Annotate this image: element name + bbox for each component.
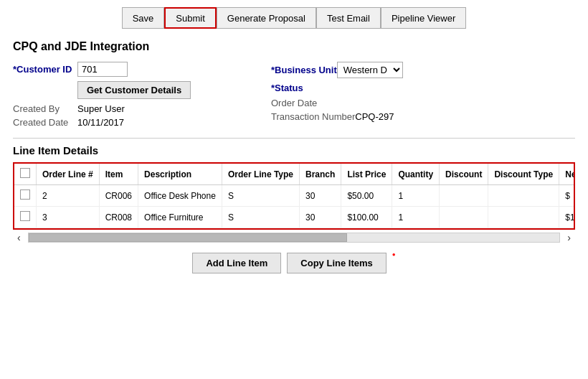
row1-item: CR006 [99,185,138,207]
scroll-thumb [29,233,347,242]
copy-line-items-button[interactable]: Copy Line Items [287,253,386,273]
created-date-value: 10/11/2017 [77,117,124,128]
created-by-label: Created By [13,103,77,114]
row1-checkbox-cell [14,185,37,207]
red-dot-indicator: ● [392,251,396,272]
status-row: *Status [271,83,575,93]
customer-id-input[interactable] [77,62,128,77]
table-row: 2 CR006 Office Desk Phone S 30 $50.00 1 … [14,185,575,207]
order-date-row: Order Date [271,98,575,108]
scroll-right-arrow[interactable]: › [563,232,575,243]
order-date-label: Order Date [271,98,336,108]
save-button[interactable]: Save [122,7,165,29]
col-checkbox [14,164,37,185]
col-order-line: Order Line # [37,164,100,185]
col-discount: Discount [440,164,488,185]
table-header: Order Line # Item Description Order Line… [14,164,575,185]
row2-description: Office Furniture [138,207,222,228]
row2-discount-type [488,207,559,228]
main-content: CPQ and JDE Integration *Customer ID Get… [0,34,588,273]
created-by-value: Super User [77,103,125,114]
col-item: Item [99,164,138,185]
row1-net: $ [559,185,575,207]
select-all-checkbox[interactable] [20,168,30,178]
bottom-buttons: Add Line Item Copy Line Items ● [13,253,575,273]
row1-discount-type [488,185,559,207]
add-line-item-button[interactable]: Add Line Item [192,253,281,273]
row2-checkbox[interactable] [20,211,30,221]
customer-id-row: *Customer ID [13,62,242,77]
get-customer-details-button[interactable]: Get Customer Details [77,81,191,99]
col-order-line-type: Order Line Type [222,164,299,185]
toolbar: Save Submit Generate Proposal Test Email… [0,0,588,34]
row2-order-line: 3 [37,207,100,228]
row1-checkbox[interactable] [20,190,30,200]
business-unit-row: *Business Unit Western D [271,62,575,78]
col-discount-type: Discount Type [488,164,559,185]
pipeline-viewer-button[interactable]: Pipeline Viewer [381,7,466,29]
header-row: Order Line # Item Description Order Line… [14,164,575,185]
row1-quantity: 1 [392,185,440,207]
col-list-price: List Price [341,164,392,185]
transaction-number-value: CPQ-297 [355,111,394,122]
col-quantity: Quantity [392,164,440,185]
business-unit-label: *Business Unit [271,65,337,75]
scroll-track[interactable] [28,233,561,243]
status-label: *Status [271,83,336,93]
row2-branch: 30 [300,207,341,228]
row1-branch: 30 [300,185,341,207]
horizontal-scrollbar: ‹ › [13,230,575,245]
transaction-number-label: Transaction Number [271,111,355,122]
created-date-label: Created Date [13,117,77,128]
form-section: *Customer ID Get Customer Details Create… [13,62,575,131]
table-row: 3 CR008 Office Furniture S 30 $100.00 1 … [14,207,575,228]
line-items-table: Order Line # Item Description Order Line… [14,164,575,228]
test-email-button[interactable]: Test Email [316,7,381,29]
row1-discount [440,185,488,207]
get-customer-details-row: Get Customer Details [13,81,242,103]
section-divider [13,138,575,139]
submit-button[interactable]: Submit [164,7,216,29]
row2-net: $1 [559,207,575,228]
row2-order-line-type: S [222,207,299,228]
row2-discount [440,207,488,228]
row2-item: CR008 [99,207,138,228]
line-items-section-title: Line Item Details [13,144,575,156]
row1-order-line: 2 [37,185,100,207]
generate-proposal-button[interactable]: Generate Proposal [217,7,316,29]
row2-checkbox-cell [14,207,37,228]
business-unit-select[interactable]: Western D [337,62,403,78]
transaction-number-row: Transaction Number CPQ-297 [271,111,575,122]
customer-id-label: *Customer ID [13,64,77,75]
form-left: *Customer ID Get Customer Details Create… [13,62,242,131]
table-body: 2 CR006 Office Desk Phone S 30 $50.00 1 … [14,185,575,228]
row1-description: Office Desk Phone [138,185,222,207]
row1-order-line-type: S [222,185,299,207]
row2-quantity: 1 [392,207,440,228]
created-by-row: Created By Super User [13,103,242,114]
col-branch: Branch [300,164,341,185]
col-net: Net [559,164,575,185]
line-items-table-wrapper[interactable]: Order Line # Item Description Order Line… [13,162,575,230]
page-title: CPQ and JDE Integration [13,40,575,53]
created-date-row: Created Date 10/11/2017 [13,117,242,128]
form-right: *Business Unit Western D *Status Order D… [242,62,575,131]
scroll-left-arrow[interactable]: ‹ [13,232,25,243]
col-description: Description [138,164,222,185]
row2-list-price: $100.00 [341,207,392,228]
row1-list-price: $50.00 [341,185,392,207]
